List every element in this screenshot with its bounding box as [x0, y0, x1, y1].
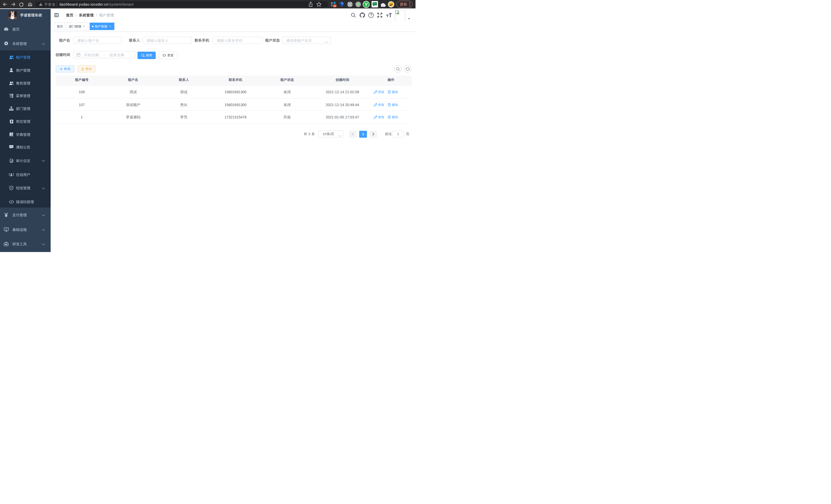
- svg-text:10: 10: [334, 5, 336, 7]
